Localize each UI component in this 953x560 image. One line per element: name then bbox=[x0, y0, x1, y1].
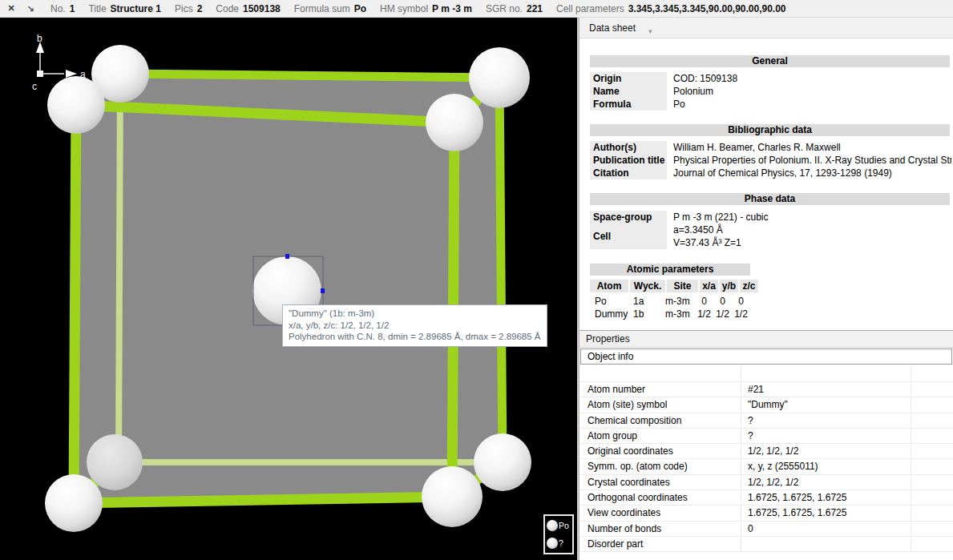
unit-cell-edge-front-left bbox=[74, 105, 76, 503]
field-code-value: 1509138 bbox=[243, 3, 281, 14]
column-zc: z/c bbox=[740, 280, 758, 292]
po-atom-sphere[interactable] bbox=[474, 433, 531, 491]
publication-title-label: Publication title bbox=[590, 154, 667, 167]
field-no: No. 1 bbox=[50, 3, 75, 14]
field-title: Title Structure 1 bbox=[88, 3, 161, 14]
zc-cell: 1/2 bbox=[732, 308, 750, 320]
property-value: "Dummy" bbox=[741, 397, 911, 412]
authors-label: Author(s) bbox=[590, 141, 667, 154]
field-no-value: 1 bbox=[70, 3, 75, 14]
property-label: Orthogonal coordinates bbox=[579, 490, 741, 505]
authors-value: William H. Beamer, Charles R. Maxwell bbox=[673, 141, 951, 154]
tooltip-polyhedron-info: Polyhedron with C.N. 8, dmin = 2.89685 Å… bbox=[289, 331, 541, 343]
field-formula-sum-label: Formula sum bbox=[294, 3, 350, 14]
selection-handle[interactable] bbox=[321, 288, 325, 293]
section-header-atomic-parameters: Atomic parameters bbox=[590, 264, 750, 276]
property-label: Disorder part bbox=[579, 537, 741, 551]
yb-cell: 1/2 bbox=[713, 308, 732, 320]
property-label: Symm. op. (atom code) bbox=[579, 459, 741, 473]
table-row: Dummy 1b m-3m 1/2 1/2 1/2 bbox=[590, 308, 953, 320]
field-pics-value: 2 bbox=[197, 3, 203, 14]
table-row: Atom number #21 bbox=[579, 382, 953, 397]
table-row: View coordinates 1.6725, 1.6725, 1.6725 bbox=[579, 506, 953, 521]
property-label: Atom group bbox=[579, 429, 741, 443]
table-row: Crystal coordinates 1/2, 1/2, 1/2 bbox=[579, 475, 953, 490]
origin-value: COD: 1509138 bbox=[673, 72, 951, 85]
po-atom-sphere[interactable] bbox=[45, 474, 103, 532]
application-window: ✕ ↘ No. 1 Title Structure 1 Pics 2 Code … bbox=[0, 0, 953, 560]
atom-tooltip: "Dummy" (1b: m-3m) x/a, y/b, z/c: 1/2, 1… bbox=[282, 304, 547, 347]
po-atom-sphere[interactable] bbox=[469, 47, 530, 108]
table-row: Original coordinates 1/2, 1/2, 1/2 bbox=[579, 444, 953, 459]
legend-item-dummy: ? bbox=[547, 538, 571, 549]
axis-c-label: c bbox=[32, 81, 37, 92]
atomic-table-header: Atom Wyck. Site x/a y/b z/c bbox=[590, 280, 953, 292]
po-legend-label: Po bbox=[559, 521, 569, 530]
po-atom-sphere[interactable] bbox=[422, 466, 483, 527]
property-label: Atom (site) symbol bbox=[579, 397, 741, 412]
field-hm-symbol: HM symbol P m -3 m bbox=[380, 3, 472, 14]
property-label: Crystal coordinates bbox=[579, 475, 741, 489]
wyck-cell: 1a bbox=[628, 295, 664, 308]
wyck-cell: 1b bbox=[628, 308, 664, 320]
property-label: Original coordinates bbox=[579, 444, 741, 458]
po-atom-sphere[interactable] bbox=[426, 94, 483, 151]
field-sgr-no-value: 221 bbox=[527, 3, 543, 14]
field-hm-symbol-label: HM symbol bbox=[380, 3, 428, 14]
property-value: ? bbox=[741, 429, 911, 443]
name-value: Polonium bbox=[673, 85, 951, 98]
object-info-dropdown[interactable]: Object info bbox=[580, 348, 952, 365]
row-publication-title: Publication title Physical Properties of… bbox=[590, 154, 951, 167]
structure-viewport[interactable]: b a c "Dummy" (1b: m-3m) x/a, y/b, z/c: … bbox=[0, 18, 577, 560]
row-space-group: Space-group P m -3 m (221) - cubic bbox=[590, 211, 951, 224]
data-panel: Data sheet ▾ General Origin COD: 1509138… bbox=[579, 18, 953, 560]
field-formula-sum-value: Po bbox=[354, 3, 366, 14]
property-value: #21 bbox=[741, 382, 911, 397]
po-legend-sphere-icon bbox=[547, 520, 558, 531]
po-atom-sphere[interactable] bbox=[47, 76, 105, 134]
field-title-value: Structure 1 bbox=[111, 3, 161, 14]
row-name: Name Polonium bbox=[590, 85, 951, 98]
section-header-general: General bbox=[590, 55, 950, 67]
field-hm-symbol-value: P m -3 m bbox=[432, 3, 472, 14]
dummy-legend-label: ? bbox=[559, 538, 563, 548]
atom-cell: Po bbox=[590, 295, 628, 308]
table-row: Orthogonal coordinates 1.6725, 1.6725, 1… bbox=[579, 490, 953, 506]
selection-handle[interactable] bbox=[285, 254, 289, 259]
formula-value: Po bbox=[673, 98, 951, 111]
xa-cell: 1/2 bbox=[695, 308, 713, 320]
close-icon[interactable]: ✕ bbox=[5, 3, 18, 14]
property-value: x, y, z (2555011) bbox=[741, 459, 911, 473]
dummy-legend-sphere-icon bbox=[547, 538, 558, 549]
structure-toolbar: ✕ ↘ No. 1 Title Structure 1 Pics 2 Code … bbox=[0, 0, 953, 18]
object-info-table: Atom number #21 Atom (site) symbol "Dumm… bbox=[579, 366, 953, 552]
atom-cell: Dummy bbox=[590, 308, 628, 320]
datasheet-title: Data sheet bbox=[589, 22, 636, 34]
formula-label: Formula bbox=[590, 98, 667, 111]
field-code: Code 1509138 bbox=[216, 3, 280, 14]
site-cell: m-3m bbox=[664, 308, 695, 320]
property-value: 0 bbox=[741, 522, 911, 536]
row-origin: Origin COD: 1509138 bbox=[590, 72, 951, 85]
property-label: Number of bonds bbox=[579, 522, 741, 536]
po-atom-sphere[interactable] bbox=[87, 434, 143, 490]
field-formula-sum: Formula sum Po bbox=[294, 3, 366, 14]
section-header-bibliographic: Bibliographic data bbox=[590, 124, 950, 136]
datasheet-tab[interactable]: Data sheet ▾ bbox=[579, 18, 953, 38]
table-row: Atom (site) symbol "Dummy" bbox=[579, 397, 953, 413]
table-row: Chemical composition ? bbox=[579, 413, 953, 429]
property-value: 1.6725, 1.6725, 1.6725 bbox=[741, 490, 911, 505]
chevron-down-icon[interactable]: ▾ bbox=[648, 27, 652, 35]
properties-panel: Properties Object info Atom number #21 A… bbox=[579, 330, 953, 560]
field-cell-parameters: Cell parameters 3.345,3.345,3.345,90.00,… bbox=[556, 3, 786, 14]
citation-value: Journal of Chemical Physics, 17, 1293-12… bbox=[673, 167, 951, 179]
table-row: Po 1a m-3m 0 0 0 bbox=[590, 295, 953, 308]
diagonal-arrow-icon[interactable]: ↘ bbox=[24, 3, 37, 14]
field-sgr-no-label: SGR no. bbox=[486, 3, 523, 14]
yb-cell: 0 bbox=[713, 295, 732, 308]
axis-a-label: a bbox=[80, 69, 86, 80]
unit-cell-drawing[interactable]: b a c bbox=[0, 18, 577, 560]
table-row: Symm. op. (atom code) x, y, z (2555011) bbox=[579, 459, 953, 474]
table-row bbox=[579, 366, 953, 382]
cell-a-value: a=3.3450 Å bbox=[673, 224, 741, 236]
